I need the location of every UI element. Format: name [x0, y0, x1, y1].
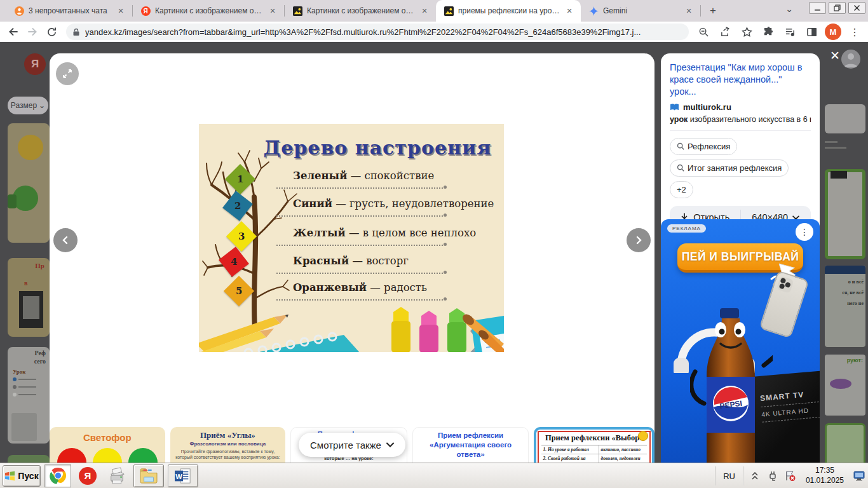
art-supplies-drawing [199, 298, 504, 352]
dotted-line [276, 245, 443, 246]
show-desktop-monitor-icon[interactable] [853, 470, 865, 482]
chip-reflexia[interactable]: Рефлексия [670, 138, 737, 155]
viewer-close-icon[interactable]: ✕ [828, 49, 842, 63]
side-panel-icon[interactable] [803, 24, 820, 40]
chip-label: Итог занятия рефлексия [688, 163, 782, 173]
background-thumbnail-reflection: Реф сего Урок [8, 347, 50, 444]
book-icon [670, 103, 679, 111]
background-thumbnail-slide: Пр в [8, 258, 50, 337]
tab-active-reflection[interactable]: приемы рефлексии на уроках в ✕ [436, 0, 581, 22]
media-playlist-icon[interactable] [782, 24, 798, 40]
back-icon[interactable] [5, 24, 22, 40]
thumb-body: Прочитайте фразеологизмы, вставьте к том… [175, 449, 281, 461]
ad-options-dots-icon[interactable]: ⋮ [796, 223, 813, 241]
see-also-button[interactable]: Смотрите также [299, 433, 405, 457]
advertisement-banner[interactable]: РЕКЛАМА ⋮ ПЕЙ И ВЫИГРЫВАЙ SMART TV 4K UL… [661, 219, 820, 488]
chip-label: Рефлексия [688, 142, 730, 151]
see-also-label: Смотрите также [310, 440, 381, 451]
chip-itog-zanyatia[interactable]: Итог занятия рефлексия [670, 159, 789, 177]
tab-close-icon[interactable]: ✕ [419, 6, 430, 16]
image-icon [444, 6, 454, 16]
browser-menu-dots-icon[interactable]: ⋮ [846, 24, 863, 40]
new-tab-button[interactable]: + [705, 3, 721, 19]
tab-close-icon[interactable]: ✕ [116, 6, 126, 16]
toolbar-right-icons: M ⋮ [695, 24, 863, 40]
background-text-lines [825, 141, 865, 152]
odnoklassniki-icon [14, 6, 24, 16]
source-site-row[interactable]: multiurok.ru [670, 102, 811, 112]
hidden-icons-chevron-icon[interactable] [749, 470, 761, 482]
legend-row: Красный — восторг [293, 255, 503, 267]
image-icon [292, 6, 302, 16]
system-tray: RU 17:35 01.01.2025 [715, 463, 868, 488]
taskbar-word-button[interactable]: W [168, 464, 198, 487]
printer-icon [107, 467, 126, 485]
extensions-puzzle-icon[interactable] [760, 24, 776, 40]
source-description: урок изобразительного искусства в 6 клас… [670, 115, 811, 124]
share-icon[interactable] [717, 24, 733, 40]
tab-close-icon[interactable]: ✕ [684, 6, 694, 16]
browser-toolbar: yandex.kz/images/search?from=tabbar&img_… [0, 22, 868, 42]
background-thumbnail-grid: о и всё ся, не всё него не [825, 266, 865, 347]
smiley-green [13, 186, 38, 211]
taskbar-chrome-button[interactable] [44, 464, 71, 487]
windows-taskbar: Пуск Я [0, 463, 868, 488]
next-image-button[interactable] [627, 228, 651, 252]
chip-more[interactable]: +2 [670, 181, 693, 198]
taskbar-yandex-button[interactable]: Я [75, 464, 100, 487]
tab-close-icon[interactable]: ✕ [564, 6, 574, 16]
browser-tab-strip: 3 непрочитанных чата ✕ Я Картинки с изоб… [0, 0, 868, 22]
source-title-link[interactable]: Презентация "Как мир хорош в красе своей… [670, 62, 811, 98]
pencil-cup-sketch [11, 413, 37, 441]
previous-image-button[interactable] [53, 228, 78, 252]
taskbar-printer-button[interactable] [104, 464, 130, 487]
fragment-text: сего [34, 358, 46, 365]
size-filter-button[interactable]: Размер ⌄ [8, 97, 48, 114]
fragment-text: него не [825, 295, 865, 306]
fullscreen-expand-icon[interactable] [56, 62, 79, 85]
yandex-browser-icon: Я [79, 467, 97, 485]
source-site-name: multiurok.ru [683, 102, 731, 112]
user-avatar-dimmed [841, 50, 860, 69]
start-button[interactable]: Пуск [3, 465, 41, 487]
profile-avatar[interactable]: M [825, 24, 841, 40]
search-icon [677, 142, 684, 150]
chip-label: +2 [677, 185, 686, 194]
folder-icon [139, 468, 158, 484]
tab-yandex-images-2[interactable]: Картинки с изображением орган ✕ [285, 0, 436, 22]
fragment-text: ся, не всё [825, 285, 865, 295]
taskbar-clock[interactable]: 17:35 01.01.2025 [802, 466, 848, 485]
tab-label: Gemini [603, 6, 679, 15]
photo-block [19, 291, 43, 328]
tab-close-icon[interactable]: ✕ [268, 6, 278, 16]
thumb-title: Прием рефлексии «Выбор» [541, 433, 647, 443]
size-filter-label: Размер [11, 101, 37, 110]
restore-button[interactable] [829, 2, 846, 14]
minimize-button[interactable] [809, 2, 826, 14]
background-thumbnail [825, 104, 865, 133]
fragment-text: в [24, 280, 27, 287]
close-window-button[interactable] [848, 2, 865, 14]
background-thumbnail-smileys [8, 123, 50, 243]
address-bar[interactable]: yandex.kz/images/search?from=tabbar&img_… [66, 24, 689, 40]
taskbar-folder-button[interactable] [133, 464, 164, 487]
main-image-mood-tree[interactable]: Дерево настроения [199, 124, 504, 352]
fragment-text: о и всё [825, 274, 865, 285]
forward-icon[interactable] [24, 24, 41, 40]
reload-icon[interactable] [43, 24, 60, 40]
svg-text:W: W [175, 472, 182, 480]
tab-label: приемы рефлексии на уроках в [458, 6, 560, 15]
tab-chats[interactable]: 3 непрочитанных чата ✕ [6, 0, 132, 22]
smartphone-graphic [759, 270, 809, 338]
bookmark-star-icon[interactable] [738, 24, 755, 40]
power-plug-icon[interactable] [766, 470, 779, 482]
language-indicator[interactable]: RU [721, 471, 738, 481]
tab-search-chevron-icon[interactable]: ⌄ [782, 4, 797, 18]
zoom-out-icon[interactable] [695, 24, 712, 40]
chrome-icon [50, 467, 67, 484]
tab-gemini[interactable]: Gemini ✕ [581, 0, 700, 22]
tab-yandex-images-1[interactable]: Я Картинки с изображением орган ✕ [133, 0, 284, 22]
background-page-left: Я Размер ⌄ Пр в Реф сего Урок [0, 42, 50, 488]
yandex-images-page-overlay: Я Размер ⌄ Пр в Реф сего Урок [0, 42, 868, 488]
action-center-flag-icon[interactable] [784, 470, 797, 482]
